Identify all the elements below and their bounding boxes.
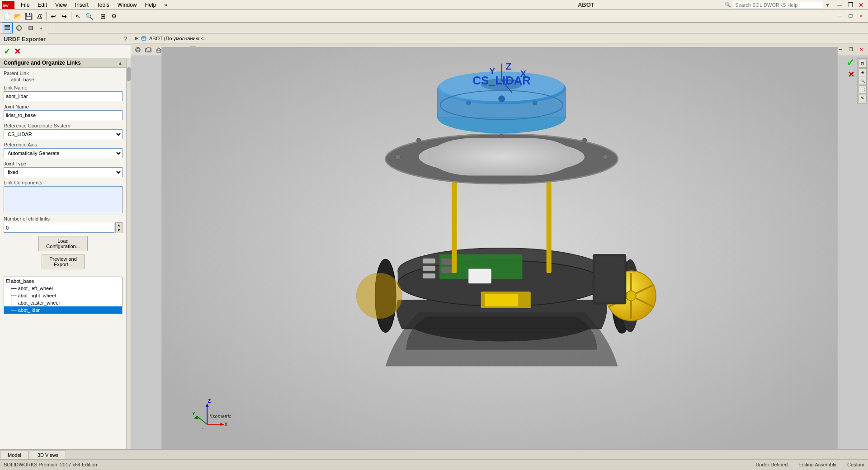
svg-point-42: [416, 138, 420, 142]
tree-root-label: abot_base: [11, 278, 34, 284]
statusbar: SOLIDWORKS Premium 2017 x64 Edition Unde…: [0, 459, 868, 469]
right-tb-btn4[interactable]: ⛶: [859, 85, 867, 94]
tree-root-minus: ⊟: [6, 278, 10, 284]
scroll-thumb[interactable]: [127, 67, 131, 81]
spinner-up[interactable]: ▲: [116, 223, 122, 228]
tree-item-caster-wheel-label: abot_caster_wheel: [18, 300, 60, 306]
ref-axis-select[interactable]: Automatically Generate X Y Z: [4, 148, 123, 158]
toolbar-separator-2: [71, 12, 71, 20]
close-button[interactable]: ✕: [856, 0, 866, 10]
menu-file[interactable]: File: [17, 1, 33, 9]
minimize-button[interactable]: ─: [835, 0, 844, 10]
svg-point-67: [626, 291, 636, 301]
svg-rect-4: [5, 29, 10, 30]
solidworks-version: SOLIDWORKS Premium 2017 x64 Edition: [4, 462, 97, 467]
tree-item-left-wheel[interactable]: ├─ abot_left_wheel: [4, 285, 122, 292]
cursor-button[interactable]: ↖: [73, 11, 83, 21]
urdf-help-icon[interactable]: ?: [123, 35, 127, 42]
tab-model[interactable]: Model: [0, 451, 29, 459]
panel-minimize[interactable]: ─: [835, 11, 844, 21]
solidworks-logo: SW: [2, 1, 14, 9]
settings-button[interactable]: ⚙: [109, 11, 119, 21]
open-button[interactable]: 📂: [13, 11, 23, 21]
ref-coord-select[interactable]: CS_LIDAR CS_BASE World: [4, 129, 123, 139]
tree-item-right-wheel[interactable]: ├─ abot_right_wheel: [4, 292, 122, 299]
feature-tab-3[interactable]: [25, 23, 36, 33]
right-tb-btn5[interactable]: ✎: [859, 94, 867, 102]
toolbar2-sep: [50, 24, 50, 32]
menu-help[interactable]: Help: [142, 1, 160, 9]
viewport-accept-button[interactable]: ✓: [846, 57, 854, 69]
svg-text:Y: Y: [192, 411, 195, 416]
redo-button[interactable]: ↪: [59, 11, 69, 21]
joint-name-label: Joint Name: [4, 104, 123, 109]
tree-item-right-wheel-label: abot_right_wheel: [18, 293, 56, 298]
search-dropdown-icon[interactable]: ▼: [825, 2, 830, 8]
menu-tools[interactable]: Tools: [93, 1, 113, 9]
viewport-breadcrumb: ABOT (По умолчанию <...: [149, 36, 208, 41]
svg-rect-2: [5, 25, 10, 27]
status-left: SOLIDWORKS Premium 2017 x64 Edition: [4, 462, 748, 467]
joint-type-label: Joint Type: [4, 161, 123, 166]
main-toolbar: 📄 📂 💾 🖨 ↩ ↪ ↖ 🔍 ⊞ ⚙ ─ ❐ ✕: [0, 10, 868, 23]
joint-type-select[interactable]: fixed revolute prismatic: [4, 167, 123, 177]
new-button[interactable]: 📄: [2, 11, 12, 21]
ref-axis-label: Reference Axis: [4, 142, 123, 147]
svg-rect-34: [547, 213, 552, 273]
panel-close[interactable]: ✕: [856, 11, 866, 21]
restore-button[interactable]: ❐: [845, 0, 855, 10]
parent-link-row: Parent Link abot_base: [4, 70, 123, 82]
tree-item-left-wheel-label: abot_left_wheel: [18, 286, 53, 291]
num-child-input[interactable]: [4, 223, 114, 233]
viewport-header: ▶ AB ABOT (По умолчанию <...: [131, 33, 868, 43]
feature-tab-2[interactable]: i: [14, 23, 24, 33]
tree-item-lidar-label: abot_lidar: [18, 307, 40, 313]
save-button[interactable]: 💾: [24, 11, 33, 21]
menu-edit[interactable]: Edit: [34, 1, 51, 9]
menu-window[interactable]: Window: [114, 1, 141, 9]
menu-extra[interactable]: »: [160, 1, 171, 9]
viewport-cancel-button[interactable]: ✕: [848, 70, 854, 79]
tab-spacer: [67, 459, 868, 459]
num-child-label: Number of child links: [4, 216, 123, 221]
tree-item-caster-wheel[interactable]: ├─ abot_caster_wheel: [4, 299, 122, 306]
right-tb-btn3[interactable]: 🔍: [859, 77, 867, 85]
right-tb-btn2[interactable]: ◈: [859, 68, 867, 76]
section-collapse-icon[interactable]: ▲: [118, 61, 123, 66]
configure-section-header[interactable]: Configure and Organize Links ▲: [0, 58, 126, 68]
num-child-row: Number of child links ▲ ▼: [4, 216, 123, 233]
svg-point-41: [603, 155, 608, 160]
preview-export-button[interactable]: Preview and Export...: [42, 254, 85, 269]
cancel-button[interactable]: ✕: [14, 47, 21, 56]
toolbar-separator-3: [96, 12, 96, 20]
spinner-down[interactable]: ▼: [116, 228, 122, 233]
feature-tab-1[interactable]: [2, 23, 13, 33]
svg-text:Z: Z: [208, 399, 211, 404]
print-button[interactable]: 🖨: [34, 11, 44, 21]
search-input[interactable]: [733, 1, 823, 9]
right-tb-btn1[interactable]: ⊡: [859, 60, 867, 68]
confirm-button[interactable]: ✓: [4, 47, 10, 56]
joint-name-row: Joint Name: [4, 104, 123, 120]
svg-text:SW: SW: [3, 4, 9, 8]
viewport: ▶ AB ABOT (По умолчанию <...: [131, 33, 868, 449]
panel-scrollbar[interactable]: [126, 58, 131, 449]
svg-rect-28: [423, 266, 435, 271]
menu-view[interactable]: View: [52, 1, 71, 9]
custom-status: Custom: [847, 462, 864, 467]
link-components-label: Link Components: [4, 180, 123, 185]
tree-root-item[interactable]: ⊟ abot_base: [4, 277, 122, 285]
undo-button[interactable]: ↩: [48, 11, 58, 21]
menu-insert[interactable]: Insert: [71, 1, 92, 9]
panel-restore[interactable]: ❐: [845, 11, 855, 21]
zoom-button[interactable]: 🔍: [84, 11, 94, 21]
view-options-button[interactable]: ⊞: [98, 11, 108, 21]
feature-tab-4[interactable]: +: [37, 23, 48, 33]
load-config-button[interactable]: Load Configuration...: [38, 236, 88, 251]
joint-name-input[interactable]: [4, 110, 123, 120]
joint-type-row: Joint Type fixed revolute prismatic: [4, 161, 123, 177]
tab-3dviews[interactable]: 3D Views: [30, 451, 66, 459]
bottom-tabs-bar: Model 3D Views: [0, 449, 868, 459]
tree-item-lidar[interactable]: └─ abot_lidar: [4, 306, 122, 314]
link-name-input[interactable]: [4, 91, 123, 101]
